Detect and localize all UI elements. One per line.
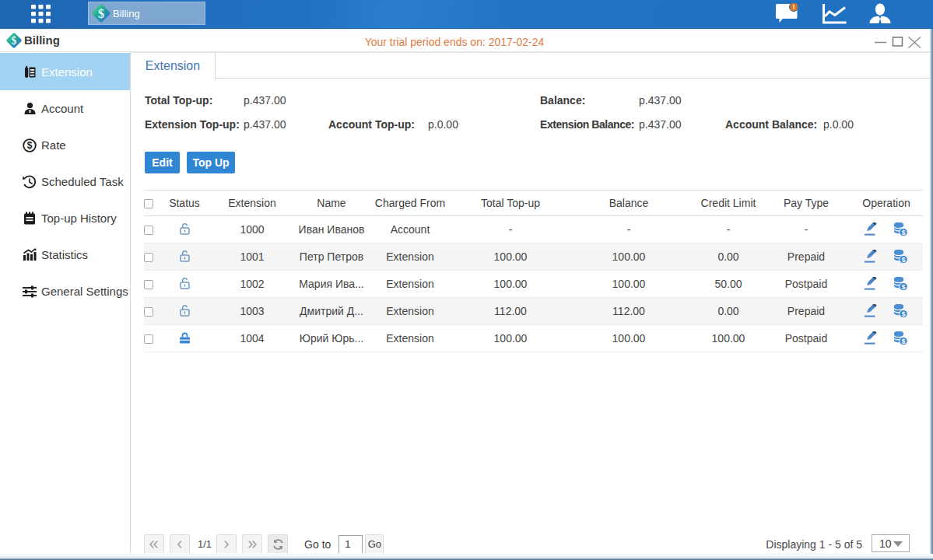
svg-text:$: $: [98, 7, 104, 20]
svg-text:$: $: [902, 283, 906, 291]
svg-text:!: !: [793, 3, 795, 11]
svg-text:$: $: [902, 338, 906, 345]
svg-text:$: $: [902, 310, 906, 318]
svg-text:$: $: [902, 229, 906, 236]
svg-text:$: $: [902, 256, 906, 264]
svg-text:$: $: [27, 140, 33, 151]
